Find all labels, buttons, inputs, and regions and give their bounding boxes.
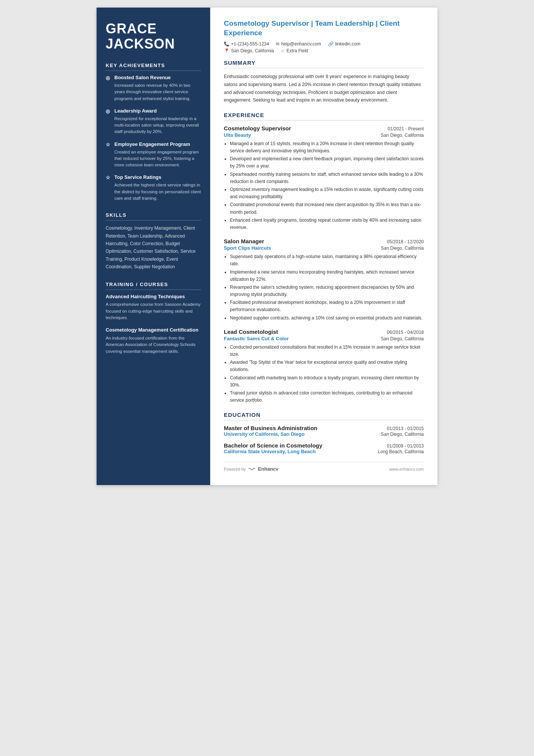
training-title: TRAINING / COURSES: [106, 282, 201, 290]
edu-entry-2: Bachelor of Science in Cosmetology 01/20…: [224, 442, 424, 454]
bullet-2-3: Revamped the salon's scheduling system, …: [230, 284, 424, 298]
achievement-icon-3: ☆: [106, 142, 112, 147]
edu-entry-1: Master of Business Administration 01/201…: [224, 425, 424, 437]
edu-location-1: San Diego, California: [381, 432, 424, 437]
edu-school-2: California State University, Long Beach: [224, 449, 315, 454]
bullet-2-4: Facilitated professional development wor…: [230, 299, 424, 313]
exp-entry-1: Cosmetology Supervisor 01/2021 - Present…: [224, 125, 424, 231]
achievement-item-4: ☆ Top Service Ratings Achieved the highe…: [106, 174, 201, 202]
footer-left: Powered by Enhancv: [224, 466, 278, 472]
bullet-3-4: Trained junior stylists in advanced colo…: [230, 390, 424, 404]
footer-right: www.enhancv.com: [389, 467, 424, 471]
bullet-1-5: Coordinated promotional events that incr…: [230, 201, 424, 216]
main-header: Cosmetology Supervisor | Team Leadership…: [224, 19, 424, 53]
bullet-3-1: Conducted personalized consultations tha…: [230, 344, 424, 358]
training-desc-2: An industry-focused certification from t…: [106, 335, 201, 355]
exp-dates-1: 01/2021 - Present: [388, 126, 424, 131]
achievement-title-2: ◎ Leadership Award: [106, 108, 201, 114]
phone-icon: 📞: [224, 41, 230, 47]
exp-subrow-2: Sport Clips Haircuts San Diego, Californ…: [224, 245, 424, 251]
edu-school-1: University of California, San Diego: [224, 431, 304, 437]
enhancv-logo-svg: [248, 466, 256, 472]
achievement-icon-4: ☆: [106, 175, 112, 180]
bullet-1-4: Optimized inventory management leading t…: [230, 186, 424, 200]
exp-header-3: Lead Cosmetologist 06/2015 - 04/2018: [224, 329, 424, 335]
exp-title-3: Lead Cosmetologist: [224, 329, 278, 335]
main-title: Cosmetology Supervisor | Team Leadership…: [224, 19, 424, 38]
exp-title-2: Salon Manager: [224, 238, 264, 244]
exp-bullets-1: Managed a team of 15 stylists, resulting…: [224, 140, 424, 231]
exp-header-2: Salon Manager 05/2018 - 12/2020: [224, 238, 424, 244]
exp-bullets-3: Conducted personalized consultations tha…: [224, 344, 424, 404]
training-desc-1: A comprehensive course from Sassoon Acad…: [106, 301, 201, 321]
training-section: TRAINING / COURSES Advanced Haircutting …: [106, 282, 201, 355]
extra-icon: ☆: [281, 48, 285, 53]
resume-footer: Powered by Enhancv www.enhancv.com: [224, 462, 424, 472]
resume-container: GRACEJACKSON KEY ACHIEVEMENTS ◎ Boosted …: [97, 8, 437, 485]
edu-location-2: Long Beach, California: [378, 449, 424, 454]
skills-text: Cosmetology, Inventory Management, Clien…: [106, 224, 201, 271]
exp-dates-2: 05/2018 - 12/2020: [387, 239, 424, 244]
achievement-icon-1: ◎: [106, 75, 112, 81]
bullet-2-5: Negotiated supplier contracts, achieving…: [230, 315, 424, 322]
achievement-desc-1: Increased salon revenue by 40% in two ye…: [106, 82, 201, 102]
contact-row-2: 📍 San Diego, California ☆ Extra Field: [224, 48, 424, 53]
edu-dates-1: 01/2013 - 01/2015: [387, 426, 424, 431]
contact-extra: ☆ Extra Field: [281, 48, 308, 53]
exp-dates-3: 06/2015 - 04/2018: [387, 330, 424, 335]
bullet-3-2: Awarded 'Top Stylist of the Year' twice …: [230, 359, 424, 373]
achievement-icon-2: ◎: [106, 108, 112, 114]
training-title-2: Cosmetology Management Certification: [106, 327, 201, 333]
bullet-1-3: Spearheaded monthly training sessions fo…: [230, 171, 424, 185]
bullet-2-2: Implemented a new service menu incorpora…: [230, 269, 424, 283]
exp-company-1: Ulta Beauty: [224, 132, 251, 138]
exp-subrow-1: Ulta Beauty San Diego, California: [224, 132, 424, 138]
footer-website: www.enhancv.com: [389, 467, 424, 471]
achievement-desc-4: Achieved the highest client service rati…: [106, 182, 201, 202]
exp-header-1: Cosmetology Supervisor 01/2021 - Present: [224, 125, 424, 131]
experience-section-title: EXPERIENCE: [224, 112, 424, 121]
bullet-1-2: Developed and implemented a new client f…: [230, 155, 424, 170]
exp-subrow-3: Fantastic Sams Cut & Color San Diego, Ca…: [224, 336, 424, 341]
education-section: EDUCATION Master of Business Administrat…: [224, 412, 424, 454]
bullet-3-3: Collaborated with marketing team to intr…: [230, 374, 424, 389]
contact-email: ✉ help@enhancv.com: [276, 41, 321, 47]
email-icon: ✉: [276, 41, 279, 47]
exp-entry-3: Lead Cosmetologist 06/2015 - 04/2018 Fan…: [224, 329, 424, 404]
experience-section: EXPERIENCE Cosmetology Supervisor 01/202…: [224, 112, 424, 404]
achievement-desc-3: Created an employee engagement program t…: [106, 149, 201, 169]
bullet-1-1: Managed a team of 15 stylists, resulting…: [230, 140, 424, 155]
exp-bullets-2: Supervised daily operations of a high-vo…: [224, 253, 424, 322]
achievement-item-2: ◎ Leadership Award Recognized for except…: [106, 108, 201, 135]
skills-title: SKILLS: [106, 212, 201, 221]
achievement-title-3: ☆ Employee Engagement Program: [106, 141, 201, 147]
edu-subrow-2: California State University, Long Beach …: [224, 449, 424, 454]
summary-text: Enthusiastic cosmetology professional wi…: [224, 73, 424, 104]
achievement-item-1: ◎ Boosted Salon Revenue Increased salon …: [106, 75, 201, 102]
edu-degree-1: Master of Business Administration: [224, 425, 317, 431]
skills-section: SKILLS Cosmetology, Inventory Management…: [106, 212, 201, 271]
name-block: GRACEJACKSON: [106, 21, 201, 51]
education-section-title: EDUCATION: [224, 412, 424, 420]
exp-location-1: San Diego, California: [381, 133, 424, 138]
summary-section: SUMMARY Enthusiastic cosmetology profess…: [224, 59, 424, 104]
training-item-1: Advanced Haircutting Techniques A compre…: [106, 294, 201, 321]
contact-location: 📍 San Diego, California: [224, 48, 274, 53]
contact-row-1: 📞 +1-(234)-555-1234 ✉ help@enhancv.com 🔗…: [224, 41, 424, 47]
achievements-section: KEY ACHIEVEMENTS ◎ Boosted Salon Revenue…: [106, 63, 201, 202]
linkedin-icon: 🔗: [328, 41, 334, 47]
achievement-desc-2: Recognized for exceptional leadership in…: [106, 116, 201, 135]
training-item-2: Cosmetology Management Certification An …: [106, 327, 201, 355]
edu-header-2: Bachelor of Science in Cosmetology 01/20…: [224, 442, 424, 449]
enhancv-brand: Enhancv: [258, 466, 278, 472]
candidate-name: GRACEJACKSON: [106, 21, 201, 51]
sidebar: GRACEJACKSON KEY ACHIEVEMENTS ◎ Boosted …: [97, 8, 210, 485]
training-title-1: Advanced Haircutting Techniques: [106, 294, 201, 300]
achievement-title-1: ◎ Boosted Salon Revenue: [106, 75, 201, 81]
bullet-1-6: Enhanced client loyalty programs, boosti…: [230, 217, 424, 231]
edu-header-1: Master of Business Administration 01/201…: [224, 425, 424, 431]
edu-degree-2: Bachelor of Science in Cosmetology: [224, 442, 322, 449]
achievements-title: KEY ACHIEVEMENTS: [106, 63, 201, 71]
exp-location-3: San Diego, California: [381, 336, 424, 341]
bullet-2-1: Supervised daily operations of a high-vo…: [230, 253, 424, 268]
